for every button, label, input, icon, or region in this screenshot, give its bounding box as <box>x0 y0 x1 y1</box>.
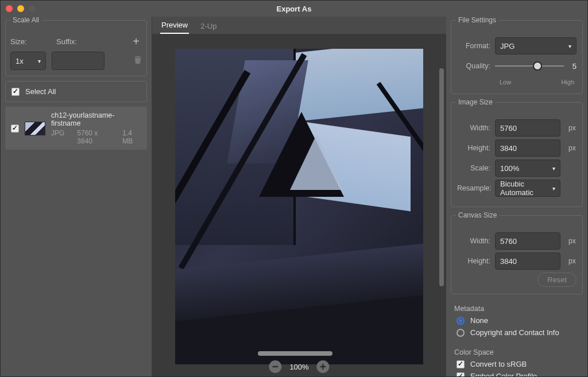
resample-value: Bicubic Automatic <box>500 180 552 197</box>
file-settings-group: File Settings Format: JPG ▾ Quality: 5 L… <box>451 20 583 94</box>
asset-name: ch12-yourlastname-firstname <box>51 111 141 127</box>
preview-image <box>175 49 423 364</box>
metadata-copyright-label: Copyright and Contact Info <box>470 328 559 337</box>
asset-filesize: 1.4 MB <box>122 129 141 145</box>
convert-srgb-checkbox[interactable] <box>457 360 465 368</box>
svg-rect-2 <box>322 364 323 370</box>
canvas-width-label: Width: <box>457 237 490 245</box>
maximize-icon <box>29 5 36 12</box>
preview-tabs: Preview 2-Up <box>152 17 446 34</box>
metadata-group: Metadata None Copyright and Contact Info <box>451 301 583 340</box>
vertical-scrollbar[interactable] <box>439 68 444 286</box>
canvas-size-legend: Canvas Size <box>456 211 499 219</box>
close-icon[interactable] <box>6 5 13 12</box>
asset-format: JPG <box>51 129 64 145</box>
traffic-lights <box>6 5 36 12</box>
canvas-width-field[interactable]: 5760 <box>495 232 560 250</box>
zoom-out-button[interactable] <box>269 360 281 373</box>
svg-rect-0 <box>273 366 278 367</box>
add-scale-button[interactable]: + <box>130 36 142 47</box>
format-dropdown[interactable]: JPG ▾ <box>495 37 577 55</box>
asset-row[interactable]: ch12-yourlastname-firstname JPG 5760 x 3… <box>5 107 147 150</box>
quality-label: Quality: <box>457 62 490 70</box>
select-all-checkbox[interactable] <box>11 88 20 96</box>
img-height-label: Height: <box>457 144 490 152</box>
img-width-label: Width: <box>457 124 490 132</box>
select-all-label: Select All <box>25 87 56 96</box>
convert-srgb-row[interactable]: Convert to sRGB <box>457 360 577 368</box>
size-label: Size: <box>10 37 37 46</box>
asset-meta: ch12-yourlastname-firstname JPG 5760 x 3… <box>51 111 141 145</box>
metadata-legend: Metadata <box>454 305 579 313</box>
format-label: Format: <box>457 42 490 50</box>
chevron-down-icon: ▾ <box>552 185 555 192</box>
zoom-level: 100% <box>289 363 308 371</box>
embed-profile-label: Embed Color Profile <box>470 372 537 376</box>
unit-px: px <box>568 144 577 152</box>
resample-label: Resample: <box>457 184 490 192</box>
asset-thumbnail <box>25 122 45 135</box>
trash-icon <box>134 55 142 67</box>
zoom-controls: 100% <box>269 360 329 373</box>
canvas-height-label: Height: <box>457 257 490 265</box>
unit-px: px <box>568 237 577 245</box>
titlebar: Export As <box>1 1 587 17</box>
img-width-field[interactable]: 5760 <box>495 119 560 137</box>
image-size-legend: Image Size <box>456 98 495 106</box>
tab-2up[interactable]: 2-Up <box>199 18 218 34</box>
metadata-none-label: None <box>470 316 488 325</box>
img-scale-label: Scale: <box>457 164 490 172</box>
canvas-width-value: 5760 <box>500 237 517 246</box>
scale-all-group: Scale All Size: Suffix: + 1x ▾ <box>5 20 147 76</box>
suffix-label: Suffix: <box>56 37 77 46</box>
embed-profile-checkbox[interactable] <box>457 372 465 377</box>
chevron-down-icon: ▾ <box>552 165 555 172</box>
img-height-value: 3840 <box>500 144 517 153</box>
size-dropdown[interactable]: 1x ▾ <box>10 52 46 70</box>
metadata-copyright-radio[interactable] <box>457 329 465 337</box>
preview-viewport[interactable]: 100% <box>152 34 446 376</box>
suffix-input[interactable] <box>52 52 105 70</box>
horizontal-scrollbar[interactable] <box>258 351 332 356</box>
select-all-row[interactable]: Select All <box>5 81 147 102</box>
minimize-icon[interactable] <box>17 5 24 12</box>
file-settings-legend: File Settings <box>456 17 498 24</box>
image-size-group: Image Size Width: 5760 px Height: 3840 p… <box>451 102 583 207</box>
preview-panel: Preview 2-Up 100% <box>152 17 446 376</box>
img-scale-dropdown[interactable]: 100% ▾ <box>495 160 560 177</box>
size-value: 1x <box>16 57 24 65</box>
color-space-group: Color Space Convert to sRGB Embed Color … <box>451 345 583 376</box>
quality-high-label: High <box>561 79 574 85</box>
chevron-down-icon: ▾ <box>38 58 41 64</box>
unit-px: px <box>568 257 577 265</box>
quality-value: 5 <box>568 62 577 71</box>
img-height-field[interactable]: 3840 <box>495 139 560 157</box>
img-width-value: 5760 <box>500 124 517 133</box>
slider-thumb[interactable] <box>533 61 542 71</box>
zoom-in-button[interactable] <box>317 360 330 373</box>
color-space-legend: Color Space <box>454 348 579 356</box>
img-scale-value: 100% <box>500 164 519 173</box>
asset-dimensions: 5760 x 3840 <box>77 129 110 145</box>
asset-checkbox[interactable] <box>11 125 19 133</box>
metadata-copyright-row[interactable]: Copyright and Contact Info <box>457 328 577 337</box>
right-panel: File Settings Format: JPG ▾ Quality: 5 L… <box>446 17 587 376</box>
scale-all-legend: Scale All <box>10 17 41 24</box>
canvas-height-field[interactable]: 3840 <box>495 252 560 270</box>
window-title: Export As <box>1 5 587 13</box>
metadata-none-radio[interactable] <box>457 317 465 325</box>
canvas-height-value: 3840 <box>500 257 517 266</box>
quality-low-label: Low <box>500 79 511 85</box>
metadata-none-row[interactable]: None <box>457 316 577 325</box>
canvas-size-group: Canvas Size Width: 5760 px Height: 3840 … <box>451 215 583 294</box>
quality-slider[interactable] <box>495 57 564 75</box>
convert-srgb-label: Convert to sRGB <box>470 360 527 368</box>
unit-px: px <box>568 124 577 132</box>
reset-button[interactable]: Reset <box>537 273 577 287</box>
chevron-down-icon: ▾ <box>568 43 571 49</box>
embed-profile-row[interactable]: Embed Color Profile <box>457 372 577 376</box>
format-value: JPG <box>500 42 514 50</box>
tab-preview[interactable]: Preview <box>160 17 189 34</box>
resample-dropdown[interactable]: Bicubic Automatic ▾ <box>495 180 560 197</box>
left-panel: Scale All Size: Suffix: + 1x ▾ Select Al… <box>1 17 152 376</box>
